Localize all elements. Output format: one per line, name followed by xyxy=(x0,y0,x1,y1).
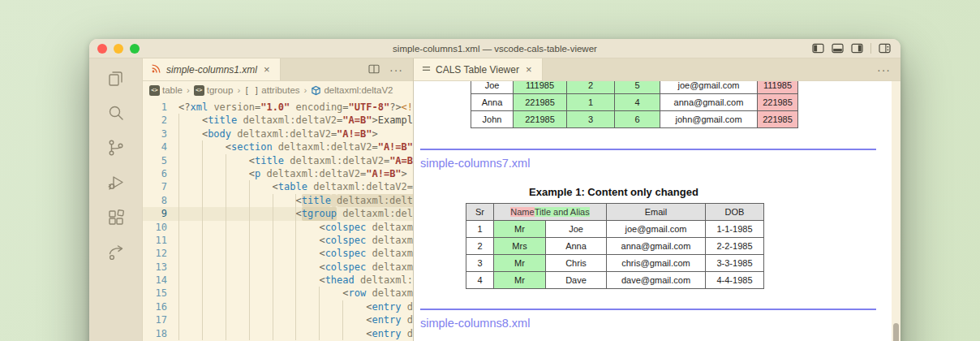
toggle-panel-bottom-icon[interactable] xyxy=(832,43,844,54)
code-line-3[interactable]: 3 <body deltaxml:deltaV2="A!=B"> xyxy=(143,127,413,140)
breadcrumb-item-attributes[interactable]: [ ]attributes xyxy=(244,85,299,95)
cals-table-example1: SrNameTitle and AliasEmailDOB1MrJoejoe@g… xyxy=(466,203,764,289)
code-token: deltaxml:deltaV2 xyxy=(266,167,360,180)
toggle-sidebar-right-icon[interactable] xyxy=(851,43,863,54)
code-line-16[interactable]: 16 <entry de xyxy=(143,300,413,313)
header-cell: Sr xyxy=(466,204,494,221)
namespace-box-icon xyxy=(311,85,321,96)
code-token: de xyxy=(342,207,354,220)
activity-item-search[interactable] xyxy=(105,101,127,124)
code-token: < xyxy=(366,327,372,340)
code-token: deltaxml xyxy=(372,221,413,234)
table-cell: 4 xyxy=(615,94,660,111)
indent-guide xyxy=(178,140,226,153)
breadcrumb: <>table›<>tgroup›[ ]attributes›deltaxml:… xyxy=(143,81,413,99)
code-line-18[interactable]: 18 <entry de xyxy=(143,327,413,340)
cals-viewer-panel: CALS Table Viewer × ··· Joe11198525joe@g… xyxy=(414,58,900,341)
element-icon: <> xyxy=(194,85,204,96)
section-divider xyxy=(420,309,876,310)
attributes-brackets-icon: [ ] xyxy=(244,86,259,95)
close-tab-icon[interactable]: × xyxy=(262,63,272,76)
code-line-9[interactable]: 9 <tgroup deltaxml:delt xyxy=(143,207,413,220)
table-cell: 5 xyxy=(615,81,660,94)
code-line-15[interactable]: 15 <row deltaxml xyxy=(143,287,413,300)
customize-layout-icon[interactable] xyxy=(879,43,891,54)
activity-item-explorer[interactable] xyxy=(105,67,127,89)
activity-item-live-share[interactable] xyxy=(105,241,127,264)
code-token: "A=B" xyxy=(342,114,372,127)
toggle-sidebar-left-icon[interactable] xyxy=(812,43,824,54)
code-line-4[interactable]: 4 <section deltaxml:deltaV2="A!=B"> xyxy=(143,140,413,153)
split-editor-icon[interactable] xyxy=(368,63,380,77)
line-number: 12 xyxy=(143,247,178,260)
code-token xyxy=(284,154,290,167)
code-token: deltaxml:deltaV2 xyxy=(237,127,331,140)
code-token xyxy=(231,127,237,140)
indent-guide xyxy=(178,327,366,340)
code-line-7[interactable]: 7 <table deltaxml:deltaV2="A xyxy=(143,180,413,193)
code-line-14[interactable]: 14 <thead deltaxml:d xyxy=(143,274,413,287)
code-token: = xyxy=(331,127,337,140)
table-row: John22198536john@gmail.com221985 xyxy=(471,111,798,128)
code-token: colspec xyxy=(325,221,367,234)
close-tab-icon[interactable]: × xyxy=(524,63,534,76)
minimize-window-button[interactable] xyxy=(114,44,123,54)
panel-tab-bar: CALS Table Viewer × ··· xyxy=(414,58,900,81)
breadcrumb-separator: › xyxy=(186,85,191,95)
close-window-button[interactable] xyxy=(97,44,107,54)
code-token: section xyxy=(231,140,273,153)
table-cell: 221985 xyxy=(758,94,798,111)
maximize-window-button[interactable] xyxy=(130,44,140,54)
breadcrumb-item-table[interactable]: <>table xyxy=(149,85,183,96)
breadcrumb-item-tgroup[interactable]: <>tgroup xyxy=(194,85,234,96)
code-line-1[interactable]: 1<?xml version="1.0" encoding="UTF-8"?><… xyxy=(143,101,413,114)
tab-simple-columns1-xml[interactable]: simple-columns1.xml × xyxy=(143,58,281,80)
code-token xyxy=(402,313,407,326)
table-cell: 3 xyxy=(466,255,494,272)
extensions-icon xyxy=(106,208,126,227)
code-token: "A!=B" xyxy=(378,140,413,153)
code-token xyxy=(237,114,243,127)
code-line-13[interactable]: 13 <colspec deltaxml xyxy=(143,261,413,274)
code-token: deltaxml xyxy=(372,247,413,260)
webview-scrollbar-thumb[interactable] xyxy=(893,323,899,341)
code-line-10[interactable]: 10 <colspec deltaxml xyxy=(143,221,413,234)
activity-item-source-control[interactable] xyxy=(105,136,127,159)
activity-item-extensions[interactable] xyxy=(105,206,127,229)
code-line-12[interactable]: 12 <colspec deltaxml xyxy=(143,247,413,260)
line-number: 14 xyxy=(143,274,178,287)
table-cell: 1-1-1985 xyxy=(706,221,764,238)
code-editor[interactable]: 1<?xml version="1.0" encoding="UTF-8"?><… xyxy=(143,99,413,341)
breadcrumb-item-deltaxml-deltaV2[interactable]: deltaxml:deltaV2 xyxy=(311,85,393,96)
code-token: deltaxml xyxy=(372,287,413,300)
more-actions-icon[interactable]: ··· xyxy=(389,64,403,76)
code-token: < xyxy=(249,167,255,180)
code-line-5[interactable]: 5 <title deltaxml:deltaV2="A=B"> xyxy=(143,154,413,167)
code-line-8[interactable]: 8 <title deltaxml:delta xyxy=(143,194,413,207)
code-token: <!DOCTYPE xyxy=(402,101,413,114)
table-cell: 1 xyxy=(466,221,494,238)
code-line-2[interactable]: 2 <title deltaxml:deltaV2="A=B">Examples xyxy=(143,114,413,127)
code-token: > xyxy=(372,127,377,140)
code-token: < xyxy=(226,140,231,153)
table-cell: Mr xyxy=(494,272,546,289)
code-token: "A=B" xyxy=(389,154,413,167)
line-number: 18 xyxy=(143,327,178,340)
table-row: Anna22198514anna@gmail.com221985 xyxy=(471,94,798,111)
code-line-6[interactable]: 6 <p deltaxml:deltaV2="A!=B"> xyxy=(143,167,413,180)
more-actions-icon[interactable]: ··· xyxy=(877,64,891,76)
indent-guide xyxy=(178,180,273,193)
code-token xyxy=(366,247,372,260)
line-number: 9 xyxy=(143,207,178,220)
indent-guide xyxy=(178,221,319,234)
activity-item-run-debug[interactable] xyxy=(105,171,127,194)
tab-cals-table-viewer[interactable]: CALS Table Viewer × xyxy=(414,58,543,80)
code-line-17[interactable]: 17 <entry de xyxy=(143,313,413,326)
table-cell: 3 xyxy=(567,111,615,128)
code-token: < xyxy=(319,261,325,274)
code-token xyxy=(208,101,213,114)
code-token: entry xyxy=(372,313,401,326)
code-token: < xyxy=(319,274,325,287)
title-bar: simple-columns1.xml — vscode-cals-table-… xyxy=(89,39,900,58)
code-line-11[interactable]: 11 <colspec deltaxml xyxy=(143,234,413,247)
